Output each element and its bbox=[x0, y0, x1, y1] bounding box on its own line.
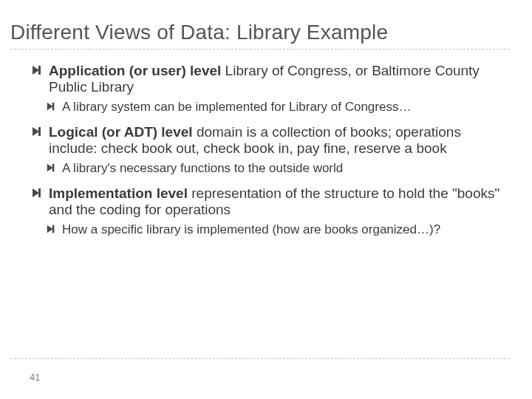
bullet-bold: Application (or user) level bbox=[49, 63, 221, 78]
slide-title: Different Views of Data: Library Example bbox=[10, 21, 510, 44]
arrow-icon bbox=[31, 187, 43, 199]
content-area: Application (or user) level Library of C… bbox=[10, 63, 510, 237]
bullet-text: Logical (or ADT) level domain is a colle… bbox=[49, 124, 461, 156]
bullet-text: Implementation level representation of t… bbox=[49, 185, 499, 217]
sub-bullet-item: A library system can be implemented for … bbox=[62, 100, 502, 115]
bullet-item: Application (or user) level Library of C… bbox=[49, 63, 502, 114]
sub-bullet-text: How a specific library is implemented (h… bbox=[62, 222, 440, 236]
page-number: 41 bbox=[30, 372, 40, 383]
arrow-icon bbox=[31, 64, 43, 76]
svg-rect-4 bbox=[38, 188, 41, 197]
sub-bullet-text: A library system can be implemented for … bbox=[62, 100, 411, 114]
arrow-icon bbox=[46, 224, 56, 234]
slide: Different Views of Data: Library Example… bbox=[0, 0, 532, 399]
sub-bullet-item: A library's necessary functions to the o… bbox=[62, 161, 502, 176]
svg-rect-5 bbox=[52, 225, 55, 233]
svg-rect-2 bbox=[38, 127, 41, 136]
footer-divider bbox=[10, 358, 510, 359]
sub-bullet-text: A library's necessary functions to the o… bbox=[62, 161, 343, 175]
bullet-item: Implementation level representation of t… bbox=[49, 185, 502, 236]
arrow-icon bbox=[31, 126, 43, 137]
bullet-text: Application (or user) level Library of C… bbox=[49, 63, 480, 95]
svg-rect-3 bbox=[52, 164, 55, 172]
bullet-bold: Logical (or ADT) level bbox=[49, 124, 193, 140]
svg-rect-0 bbox=[38, 66, 41, 75]
arrow-icon bbox=[46, 101, 56, 112]
svg-rect-1 bbox=[52, 102, 55, 110]
bullet-item: Logical (or ADT) level domain is a colle… bbox=[49, 124, 502, 175]
bullet-bold: Implementation level bbox=[49, 185, 188, 201]
title-divider bbox=[10, 49, 510, 50]
arrow-icon bbox=[46, 163, 56, 173]
sub-bullet-item: How a specific library is implemented (h… bbox=[62, 222, 502, 237]
